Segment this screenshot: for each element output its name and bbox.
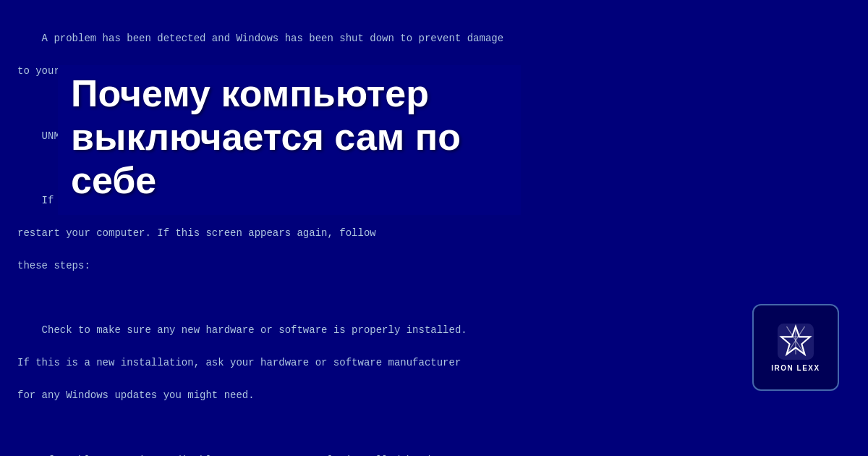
star-icon (778, 324, 814, 360)
article-title-overlay: Почему компьютер выключается сам по себе (58, 65, 521, 215)
article-title: Почему компьютер выключается сам по себе (71, 72, 508, 202)
bsod-line-1: A problem has been detected and Windows … (42, 33, 504, 44)
bsod-line-9: for any Windows updates you might need. (17, 389, 255, 401)
brand-label: IRON LEXX (771, 364, 820, 372)
bsod-line-7: Check to make sure any new hardware or s… (42, 324, 467, 336)
title-line-1: Почему компьютер (71, 72, 429, 114)
brand-watermark: IRON LEXX (752, 304, 839, 391)
bsod-line-5: restart your computer. If this screen ap… (17, 227, 376, 239)
bsod-line-8: If this is a new installation, ask your … (17, 357, 461, 368)
title-line-2: выключается сам по себе (71, 116, 461, 201)
bsod-line-6: these steps: (17, 260, 90, 271)
